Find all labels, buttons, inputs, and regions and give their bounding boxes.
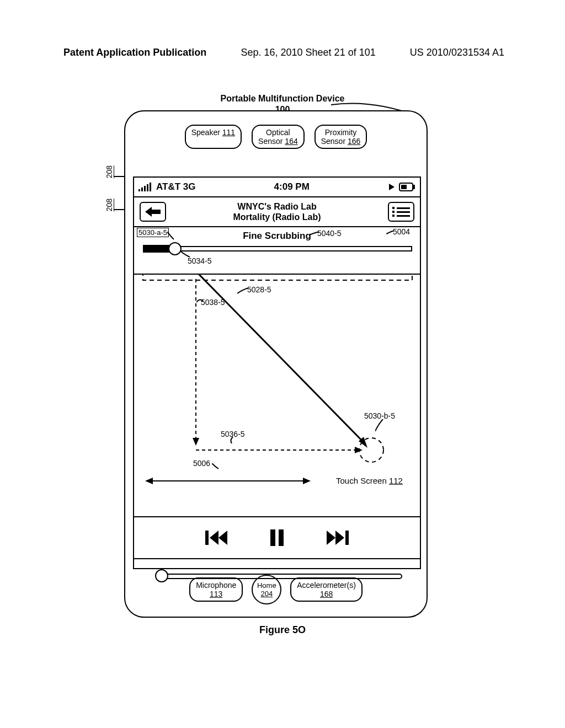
page-header: Patent Application Publication Sep. 16, … [0, 47, 565, 58]
accelerometer-label: Accelerometer(s) 168 [290, 577, 363, 602]
back-button[interactable] [140, 202, 166, 222]
svg-marker-21 [355, 447, 363, 453]
svg-rect-28 [270, 529, 275, 546]
svg-marker-19 [193, 438, 199, 446]
ref-5028-5: 5028-5 [247, 285, 271, 294]
nav-bar: WNYC's Radio Lab Mortality (Radio Lab) [134, 197, 420, 227]
proximity-sensor: Proximity Sensor 166 [315, 125, 367, 149]
transport-bar [134, 517, 420, 559]
nav-title: WNYC's Radio Lab Mortality (Radio Lab) [233, 201, 321, 222]
leader-5006-icon [212, 463, 220, 471]
microphone-label: Microphone 113 [189, 577, 243, 602]
svg-marker-23 [145, 478, 153, 484]
device-frame: Speaker 111 Optical Sensor 164 Proximity… [124, 110, 428, 618]
leader-5030a5-icon [167, 232, 175, 240]
ref-5006: 5006 [193, 459, 210, 468]
status-right [388, 183, 415, 191]
content-area[interactable]: Touch Screen 112 [134, 275, 420, 517]
device-title: Portable Multifunction Device [0, 94, 565, 104]
home-button[interactable]: Home 204 [252, 575, 281, 604]
ref-5004: 5004 [393, 227, 410, 236]
svg-rect-7 [150, 183, 151, 191]
svg-marker-30 [327, 531, 335, 545]
carrier-text: AT&T 3G [156, 181, 195, 192]
svg-rect-29 [279, 529, 284, 546]
touchscreen-label: Touch Screen 112 [336, 476, 403, 485]
battery-icon [399, 183, 415, 191]
ref-5038-5: 5038-5 [201, 298, 225, 307]
ref-208-b: 208 [105, 199, 114, 211]
svg-rect-10 [401, 185, 407, 189]
svg-marker-24 [303, 478, 311, 484]
ref-208-a: 208 [105, 165, 114, 178]
speaker-sensor: Speaker 111 [185, 125, 242, 149]
previous-button[interactable] [205, 529, 228, 546]
svg-rect-5 [144, 186, 146, 191]
svg-marker-26 [210, 531, 218, 545]
back-arrow-icon [145, 207, 161, 217]
header-center: Sep. 16, 2010 Sheet 21 of 101 [241, 47, 375, 58]
next-button[interactable] [326, 529, 349, 546]
figure-caption: Figure 5O [0, 624, 565, 636]
scrub-mode-label: Fine Scrubbing [134, 231, 420, 242]
leader-5028-5-icon [237, 288, 249, 295]
header-right: US 2010/0231534 A1 [410, 47, 504, 58]
svg-rect-25 [205, 531, 209, 545]
svg-marker-31 [335, 531, 344, 545]
header-left: Patent Application Publication [63, 47, 206, 58]
bottom-row: Microphone 113 Home 204 Accelerometer(s)… [125, 575, 427, 604]
sensor-row: Speaker 111 Optical Sensor 164 Proximity… [125, 125, 427, 149]
svg-rect-32 [345, 531, 349, 545]
ref-5034-5: 5034-5 [188, 256, 212, 265]
svg-rect-11 [413, 185, 415, 189]
svg-rect-3 [138, 189, 140, 191]
pause-button[interactable] [269, 529, 285, 546]
play-indicator-icon [388, 183, 396, 191]
leader-5030b5-icon [375, 419, 386, 432]
signal-bars-icon [138, 183, 153, 191]
ref-5040-5: 5040-5 [317, 229, 342, 238]
svg-marker-12 [145, 207, 161, 217]
scrub-thumb[interactable] [168, 242, 182, 255]
status-left: AT&T 3G [138, 181, 195, 192]
leader-5038-5-icon [196, 297, 204, 306]
scrub-area: Fine Scrubbing [134, 227, 420, 275]
svg-marker-27 [218, 531, 227, 545]
leader-5004-icon [386, 231, 395, 236]
leader-5040-5-icon [309, 232, 320, 237]
leader-5036-5-icon [230, 437, 238, 445]
status-time: 4:09 PM [274, 181, 310, 192]
svg-rect-4 [141, 188, 143, 191]
svg-rect-6 [147, 184, 148, 191]
status-bar: AT&T 3G 4:09 PM [134, 178, 420, 197]
svg-marker-8 [389, 184, 395, 190]
svg-rect-13 [143, 275, 412, 280]
ref-5030-a-5: 5030-a-5 [137, 228, 169, 237]
touch-screen[interactable]: AT&T 3G 4:09 PM WNYC's R [133, 176, 421, 569]
optical-sensor: Optical Sensor 164 [252, 125, 305, 149]
list-button[interactable] [388, 202, 414, 222]
